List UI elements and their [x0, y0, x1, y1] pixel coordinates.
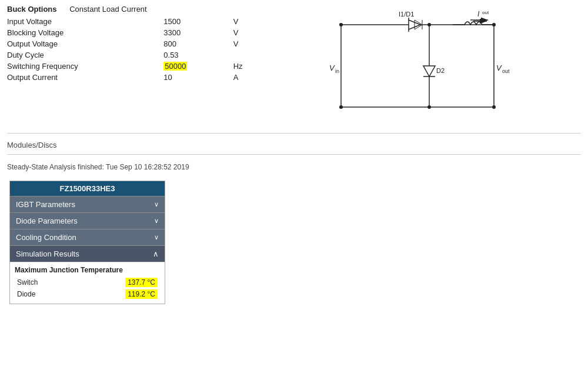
main-container: Buck Options Constant Load Current Input…	[0, 0, 588, 309]
param-value: 3300	[163, 27, 233, 38]
module-card: FZ1500R33HE3 IGBT Parameters ∨ Diode Par…	[9, 181, 165, 304]
svg-point-26	[492, 23, 496, 26]
simulation-chevron: ∧	[153, 249, 159, 258]
param-unit: V	[233, 27, 254, 38]
simulation-results-row[interactable]: Simulation Results ∧	[10, 245, 165, 262]
top-section: Buck Options Constant Load Current Input…	[7, 5, 581, 125]
d2-label: D2	[436, 67, 445, 74]
diode-chevron: ∨	[154, 217, 159, 225]
params-table: Buck Options Constant Load Current Input…	[7, 5, 254, 83]
igbt-chevron: ∨	[154, 201, 159, 208]
circuit-diagram: V in V out I1/D1 I out D2	[254, 7, 581, 125]
temp-value-highlight: 119.2 °C	[125, 289, 158, 299]
circuit-svg: V in V out I1/D1 I out D2	[323, 7, 512, 125]
params-title-text: Buck Options	[7, 5, 57, 14]
svg-point-29	[339, 105, 343, 109]
svg-text:out: out	[502, 68, 510, 74]
svg-text:out: out	[482, 10, 489, 15]
igbt-params-row[interactable]: IGBT Parameters ∨	[10, 196, 165, 212]
cooling-condition-row[interactable]: Cooling Condition ∨	[10, 229, 165, 245]
param-unit	[233, 49, 254, 61]
status-text: Steady-State Analysis finished: Tue Sep …	[7, 162, 581, 172]
param-value: 1500	[163, 16, 233, 27]
modules-discs-label: Modules/Discs	[7, 141, 581, 149]
param-value: 0.53	[163, 49, 233, 61]
params-data-table: Input Voltage1500VBlocking Voltage3300VO…	[7, 16, 254, 83]
param-row: Output Current10A	[7, 72, 254, 83]
param-unit: V	[233, 38, 254, 49]
param-value: 10	[163, 72, 233, 83]
divider-2	[7, 154, 581, 155]
igbt-params-label: IGBT Parameters	[16, 200, 75, 209]
param-row: Switching Frequency50000Hz	[7, 61, 254, 72]
param-row: Blocking Voltage3300V	[7, 27, 254, 38]
param-label: Output Voltage	[7, 38, 163, 49]
temp-value-highlight: 137.7 °C	[125, 278, 158, 287]
svg-point-28	[339, 23, 343, 26]
param-unit: V	[233, 16, 254, 27]
divider-1	[7, 133, 581, 134]
svg-point-27	[492, 105, 496, 109]
param-row: Input Voltage1500V	[7, 16, 254, 27]
vin-label: V	[329, 64, 335, 72]
svg-text:in: in	[335, 68, 339, 74]
result-label: Diode	[15, 288, 74, 300]
param-label: Blocking Voltage	[7, 27, 163, 38]
cooling-chevron: ∨	[154, 234, 159, 241]
result-label: Switch	[15, 277, 74, 288]
result-row: Switch137.7 °C	[15, 277, 160, 288]
result-value: 137.7 °C	[74, 277, 160, 288]
iout-label: I	[477, 10, 480, 18]
i1d1-label: I1/D1	[399, 11, 414, 18]
param-value[interactable]: 50000	[163, 61, 233, 72]
results-title: Maximum Junction Temperature	[15, 266, 160, 274]
cooling-condition-label: Cooling Condition	[16, 233, 76, 242]
results-table: Switch137.7 °CDiode119.2 °C	[15, 277, 160, 300]
param-row: Duty Cycle0.53	[7, 49, 254, 61]
result-value: 119.2 °C	[74, 288, 160, 300]
svg-marker-15	[423, 66, 435, 76]
param-value: 800	[163, 38, 233, 49]
load-type-text: Constant Load Current	[69, 5, 147, 14]
result-row: Diode119.2 °C	[15, 288, 160, 300]
param-label: Duty Cycle	[7, 49, 163, 61]
param-unit: A	[233, 72, 254, 83]
param-label: Input Voltage	[7, 16, 163, 27]
params-title: Buck Options Constant Load Current	[7, 5, 254, 14]
param-row: Output Voltage800V	[7, 38, 254, 49]
simulation-results-label: Simulation Results	[16, 249, 79, 258]
svg-point-25	[427, 105, 431, 109]
param-label: Output Current	[7, 72, 163, 83]
diode-params-label: Diode Parameters	[16, 217, 78, 225]
highlighted-value[interactable]: 50000	[163, 62, 187, 71]
results-content: Maximum Junction Temperature Switch137.7…	[10, 262, 165, 304]
vout-label: V	[496, 64, 502, 72]
svg-point-24	[427, 23, 431, 26]
param-label: Switching Frequency	[7, 61, 163, 72]
diode-params-row[interactable]: Diode Parameters ∨	[10, 212, 165, 229]
param-unit: Hz	[233, 61, 254, 72]
module-card-header: FZ1500R33HE3	[10, 181, 165, 196]
